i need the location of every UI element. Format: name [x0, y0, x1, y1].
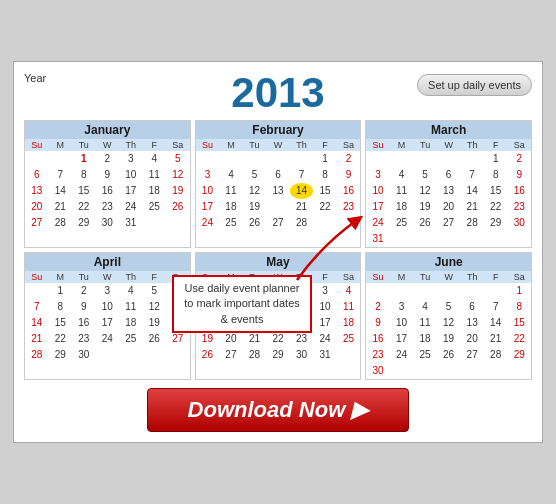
cal-day-cell: 14: [25, 315, 49, 331]
cal-day-cell: 10: [366, 183, 390, 199]
cal-day-header: Su: [25, 271, 49, 283]
cal-day-header: M: [49, 271, 73, 283]
cal-month-header: March: [366, 121, 531, 139]
cal-day-cell: [196, 151, 220, 167]
cal-day-header: F: [143, 271, 167, 283]
cal-day-cell: 4: [413, 299, 437, 315]
cal-day-cell: [166, 347, 190, 363]
cal-day-header: Sa: [337, 139, 361, 151]
cal-day-cell: [413, 363, 437, 379]
cal-day-cell: 21: [460, 199, 484, 215]
cal-day-cell: [25, 151, 49, 167]
cal-day-cell: 28: [243, 347, 267, 363]
cal-day-cell: 19: [437, 331, 461, 347]
cal-day-cell: 3: [366, 167, 390, 183]
cal-day-cell: 5: [243, 167, 267, 183]
cal-day-cell: 23: [366, 347, 390, 363]
cal-day-cell: 28: [25, 347, 49, 363]
cal-day-cell: [460, 363, 484, 379]
cal-day-cell: 12: [413, 183, 437, 199]
cal-day-cell: 22: [507, 331, 531, 347]
cal-day-cell: 24: [313, 331, 337, 347]
cal-day-cell: 20: [437, 199, 461, 215]
cal-day-cell: [413, 283, 437, 299]
cal-day-cell: 26: [196, 347, 220, 363]
cal-day-cell: [243, 151, 267, 167]
cal-day-cell: 12: [437, 315, 461, 331]
cal-day-cell: 13: [437, 183, 461, 199]
cal-day-cell: 11: [143, 167, 167, 183]
cal-day-cell: 22: [266, 331, 290, 347]
annotation-overlay: Use daily event planner to mark importan…: [172, 275, 312, 333]
cal-day-header: Tu: [413, 139, 437, 151]
cal-day-header: W: [96, 139, 120, 151]
cal-day-header: W: [437, 139, 461, 151]
calendar-january: JanuarySuMTuWThFSa1234567891011121314151…: [24, 120, 191, 248]
cal-day-cell: 28: [49, 215, 73, 231]
cal-day-cell: [484, 231, 508, 247]
cal-day-cell: 3: [96, 283, 120, 299]
cal-day-cell: 23: [72, 331, 96, 347]
cal-day-cell: 16: [337, 183, 361, 199]
cal-day-cell: [119, 347, 143, 363]
cal-day-cell: [266, 199, 290, 215]
cal-day-cell: 13: [460, 315, 484, 331]
cal-day-cell: 6: [25, 167, 49, 183]
cal-day-header: M: [390, 139, 414, 151]
cal-day-cell: 25: [143, 199, 167, 215]
cal-day-cell: 23: [337, 199, 361, 215]
cal-day-cell: 30: [507, 215, 531, 231]
cal-day-header: Sa: [166, 139, 190, 151]
cal-day-cell: 17: [313, 315, 337, 331]
cal-day-cell: 4: [219, 167, 243, 183]
cal-day-cell: 18: [143, 183, 167, 199]
cal-day-cell: 17: [366, 199, 390, 215]
cal-day-cell: 9: [96, 167, 120, 183]
cal-day-cell: 27: [219, 347, 243, 363]
cal-day-cell: [507, 231, 531, 247]
cal-day-cell: 17: [196, 199, 220, 215]
cal-day-cell: 3: [313, 283, 337, 299]
cal-day-cell: [484, 283, 508, 299]
cal-day-header: W: [437, 271, 461, 283]
cal-day-cell: [290, 151, 314, 167]
calendar-june: JuneSuMTuWThFSa1234567891011121314151617…: [365, 252, 532, 380]
cal-day-cell: 15: [72, 183, 96, 199]
cal-day-cell: 2: [507, 151, 531, 167]
cal-day-header: M: [49, 139, 73, 151]
cal-day-header: Th: [119, 271, 143, 283]
cal-day-cell: 8: [507, 299, 531, 315]
cal-day-cell: 18: [337, 315, 361, 331]
cal-day-cell: 18: [219, 199, 243, 215]
download-button[interactable]: Download Now ▶: [147, 388, 410, 432]
cal-day-cell: 19: [196, 331, 220, 347]
cal-day-cell: 26: [413, 215, 437, 231]
cal-day-cell: 20: [25, 199, 49, 215]
cal-day-cell: [390, 231, 414, 247]
cal-day-cell: [460, 151, 484, 167]
cal-day-cell: [390, 283, 414, 299]
cal-day-cell: 19: [166, 183, 190, 199]
cal-day-cell: [437, 363, 461, 379]
cal-day-header: Tu: [413, 271, 437, 283]
cal-day-cell: [484, 363, 508, 379]
cal-month-header: June: [366, 253, 531, 271]
cal-day-cell: [413, 231, 437, 247]
cal-day-cell: 8: [72, 167, 96, 183]
cal-day-cell: 1: [313, 151, 337, 167]
cal-day-header: Th: [119, 139, 143, 151]
cal-month-header: February: [196, 121, 361, 139]
cal-day-cell: 21: [243, 331, 267, 347]
cal-day-cell: 18: [390, 199, 414, 215]
cal-day-cell: 14: [484, 315, 508, 331]
cal-day-cell: 9: [72, 299, 96, 315]
setup-daily-events-button[interactable]: Set up daily events: [417, 74, 532, 96]
cal-day-cell: 7: [290, 167, 314, 183]
cal-day-cell: 30: [96, 215, 120, 231]
cal-month-header: April: [25, 253, 190, 271]
cal-day-cell: 25: [337, 331, 361, 347]
main-container: Year 2013 Set up daily events JanuarySuM…: [13, 61, 543, 443]
cal-day-header: Su: [366, 139, 390, 151]
cal-day-cell: [266, 151, 290, 167]
cal-day-cell: 11: [413, 315, 437, 331]
